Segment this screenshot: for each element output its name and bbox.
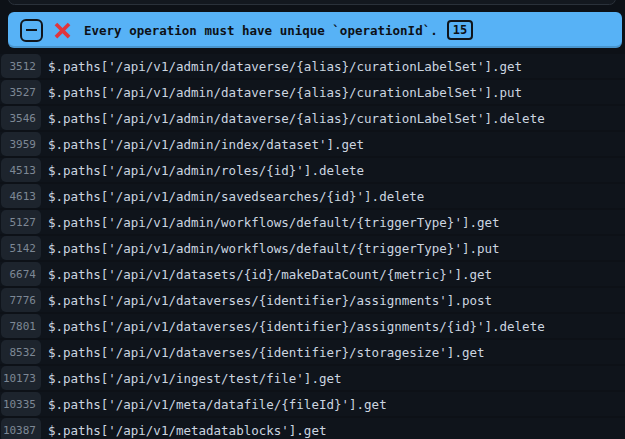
json-path: $.paths['/api/v1/admin/savedsearches/{id…	[48, 189, 424, 204]
error-row[interactable]: 3546 $.paths['/api/v1/admin/dataverse/{a…	[0, 106, 625, 130]
line-number: 10387	[1, 418, 41, 439]
json-path: $.paths['/api/v1/meta/datafile/{fileId}'…	[48, 397, 387, 412]
error-row[interactable]: 10387 $.paths['/api/v1/metadatablocks'].…	[0, 418, 625, 439]
error-group-header[interactable]: Every operation must have unique `operat…	[8, 12, 622, 48]
line-number: 3959	[1, 132, 41, 156]
json-path: $.paths['/api/v1/ingest/test/file'].get	[48, 371, 342, 386]
json-path: $.paths['/api/v1/dataverses/{identifier}…	[48, 293, 492, 308]
json-path: $.paths['/api/v1/admin/dataverse/{alias}…	[48, 111, 545, 126]
error-row[interactable]: 8532 $.paths['/api/v1/dataverses/{identi…	[0, 340, 625, 364]
error-row[interactable]: 5127 $.paths['/api/v1/admin/workflows/de…	[0, 210, 625, 234]
line-number: 5142	[1, 236, 41, 260]
json-path: $.paths['/api/v1/admin/roles/{id}'].dele…	[48, 163, 364, 178]
error-message: Every operation must have unique `operat…	[84, 23, 438, 38]
line-number: 4513	[1, 158, 41, 182]
line-number: 3546	[1, 106, 41, 130]
line-number: 3527	[1, 80, 41, 104]
minus-icon	[26, 29, 37, 31]
previous-card-bottom-edge	[8, 0, 616, 5]
line-number: 7776	[1, 288, 41, 312]
error-row[interactable]: 7776 $.paths['/api/v1/dataverses/{identi…	[0, 288, 625, 312]
error-count-badge: 15	[447, 20, 473, 40]
json-path: $.paths['/api/v1/admin/workflows/default…	[48, 215, 500, 230]
json-path: $.paths['/api/v1/metadatablocks'].get	[48, 423, 326, 438]
line-number: 6674	[1, 262, 41, 286]
json-path: $.paths['/api/v1/datasets/{id}/makeDataC…	[48, 267, 492, 282]
json-path: $.paths['/api/v1/admin/dataverse/{alias}…	[48, 85, 522, 100]
json-path: $.paths['/api/v1/admin/index/dataset'].g…	[48, 137, 364, 152]
error-row[interactable]: 7801 $.paths['/api/v1/dataverses/{identi…	[0, 314, 625, 338]
collapse-button[interactable]	[20, 19, 43, 42]
line-number: 8532	[1, 340, 41, 364]
error-rows: 3512 $.paths['/api/v1/admin/dataverse/{a…	[0, 54, 625, 439]
line-number: 10173	[1, 366, 41, 390]
error-row[interactable]: 4613 $.paths['/api/v1/admin/savedsearche…	[0, 184, 625, 208]
line-number: 3512	[1, 54, 41, 78]
error-row[interactable]: 6674 $.paths['/api/v1/datasets/{id}/make…	[0, 262, 625, 286]
json-path: $.paths['/api/v1/dataverses/{identifier}…	[48, 319, 545, 334]
line-number: 10335	[1, 392, 41, 416]
error-row[interactable]: 3512 $.paths['/api/v1/admin/dataverse/{a…	[0, 54, 625, 78]
line-number: 7801	[1, 314, 41, 338]
error-row[interactable]: 10335 $.paths['/api/v1/meta/datafile/{fi…	[0, 392, 625, 416]
line-number: 4613	[1, 184, 41, 208]
line-number: 5127	[1, 210, 41, 234]
error-row[interactable]: 10173 $.paths['/api/v1/ingest/test/file'…	[0, 366, 625, 390]
json-path: $.paths['/api/v1/admin/dataverse/{alias}…	[48, 59, 522, 74]
error-row[interactable]: 4513 $.paths['/api/v1/admin/roles/{id}']…	[0, 158, 625, 182]
json-path: $.paths['/api/v1/admin/workflows/default…	[48, 241, 500, 256]
error-row[interactable]: 3527 $.paths['/api/v1/admin/dataverse/{a…	[0, 80, 625, 104]
error-cross-icon	[51, 19, 74, 42]
error-row[interactable]: 5142 $.paths['/api/v1/admin/workflows/de…	[0, 236, 625, 260]
error-row[interactable]: 3959 $.paths['/api/v1/admin/index/datase…	[0, 132, 625, 156]
json-path: $.paths['/api/v1/dataverses/{identifier}…	[48, 345, 485, 360]
